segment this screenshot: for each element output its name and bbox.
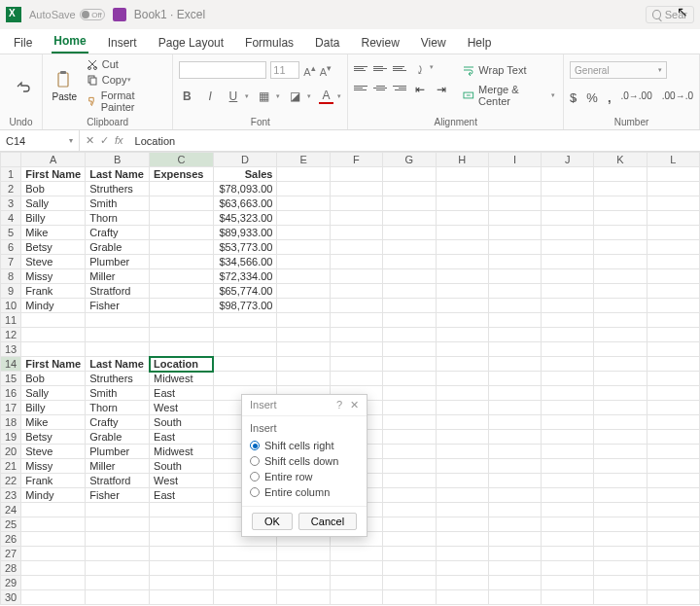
currency-button[interactable]: $▾ [570, 90, 577, 105]
cell[interactable] [647, 459, 699, 474]
cell[interactable] [436, 226, 488, 240]
cell[interactable] [213, 342, 277, 357]
cell[interactable] [383, 284, 436, 299]
column-header-B[interactable]: B [86, 153, 150, 167]
cell[interactable] [594, 182, 647, 196]
cell[interactable] [647, 445, 699, 459]
cell[interactable] [647, 240, 699, 255]
align-bottom-button[interactable] [393, 63, 406, 73]
cell[interactable] [542, 240, 594, 255]
cell[interactable]: $98,773.00 [213, 299, 277, 313]
cell[interactable] [150, 342, 214, 357]
cell[interactable] [489, 269, 542, 284]
cell[interactable] [213, 547, 277, 561]
increase-indent-button[interactable]: ⇥ [434, 83, 449, 96]
cell[interactable] [594, 313, 647, 328]
cell[interactable]: Smith [86, 386, 150, 401]
cell[interactable] [436, 590, 488, 605]
cell[interactable] [436, 415, 488, 430]
cell[interactable] [489, 328, 542, 342]
cell[interactable] [489, 299, 542, 313]
number-format-dropdown[interactable]: General▾ [570, 61, 667, 79]
align-left-button[interactable] [354, 83, 368, 92]
cell[interactable] [150, 576, 214, 590]
cell[interactable] [594, 445, 647, 459]
cell[interactable] [594, 240, 647, 255]
cell[interactable] [647, 226, 699, 240]
cell[interactable] [542, 196, 594, 211]
cell[interactable] [594, 255, 647, 269]
cell[interactable] [277, 342, 330, 357]
cell[interactable]: Midwest [150, 445, 214, 459]
radio-icon[interactable] [250, 472, 260, 481]
cell[interactable] [213, 357, 277, 372]
fx-icon[interactable]: fx [115, 134, 123, 147]
tab-file[interactable]: File [12, 32, 34, 53]
insert-option-entire-column[interactable]: Entire column [250, 484, 359, 500]
cell[interactable] [489, 226, 542, 240]
cell[interactable] [383, 357, 436, 372]
cell[interactable] [594, 459, 647, 474]
cell[interactable] [21, 503, 86, 517]
comma-button[interactable]: , [608, 90, 612, 105]
cell[interactable]: Struthers [86, 372, 150, 386]
cell[interactable] [489, 590, 542, 605]
search-box[interactable]: Sear [646, 6, 694, 23]
cell[interactable] [21, 342, 86, 357]
cell[interactable] [150, 328, 214, 342]
cell[interactable] [383, 182, 436, 196]
copy-button[interactable]: Copy▾ [85, 73, 167, 87]
cell[interactable]: Crafty [86, 415, 150, 430]
radio-icon[interactable] [250, 441, 260, 450]
increase-font-button[interactable]: A▴ [303, 62, 315, 78]
cell[interactable] [594, 328, 647, 342]
cell[interactable] [647, 269, 699, 284]
cell[interactable] [436, 561, 488, 576]
cell[interactable] [594, 532, 647, 547]
cell[interactable]: Betsy [21, 240, 86, 255]
cell[interactable] [383, 503, 436, 517]
cell[interactable]: South [150, 459, 214, 474]
format-painter-button[interactable]: Format Painter [85, 89, 167, 114]
cell[interactable] [436, 313, 488, 328]
cell[interactable] [594, 517, 647, 532]
cell[interactable]: Mike [21, 226, 86, 240]
cell[interactable] [330, 357, 382, 372]
cell[interactable] [542, 167, 594, 182]
cell[interactable] [489, 211, 542, 226]
cell[interactable] [86, 547, 150, 561]
column-header-E[interactable]: E [277, 153, 330, 167]
row-header[interactable]: 30 [1, 590, 21, 605]
cell[interactable] [150, 532, 214, 547]
cell[interactable] [383, 590, 436, 605]
cell[interactable] [489, 313, 542, 328]
cell[interactable] [542, 182, 594, 196]
cell[interactable] [383, 269, 436, 284]
toggle-icon[interactable]: Off [80, 9, 105, 20]
cell[interactable] [647, 576, 699, 590]
cell[interactable] [86, 576, 150, 590]
cell[interactable]: Steve [21, 445, 86, 459]
cell[interactable]: $53,773.00 [213, 240, 277, 255]
cell[interactable] [542, 211, 594, 226]
cell[interactable]: Sally [21, 386, 86, 401]
cell[interactable]: Last Name [86, 167, 150, 182]
cell[interactable] [647, 415, 699, 430]
cell[interactable]: $78,093.00 [213, 182, 277, 196]
cell[interactable]: Billy [21, 401, 86, 415]
dialog-ok-button[interactable]: OK [252, 513, 293, 530]
cell[interactable] [542, 226, 594, 240]
cell[interactable] [86, 517, 150, 532]
cell[interactable] [542, 372, 594, 386]
cell[interactable] [277, 255, 330, 269]
select-all-corner[interactable] [1, 153, 21, 167]
cell[interactable] [277, 299, 330, 313]
cell[interactable] [594, 386, 647, 401]
row-header[interactable]: 15 [1, 372, 21, 386]
cell[interactable] [647, 590, 699, 605]
cell[interactable] [594, 342, 647, 357]
cell[interactable] [436, 240, 488, 255]
row-header[interactable]: 25 [1, 517, 21, 532]
row-header[interactable]: 10 [1, 299, 21, 313]
cell[interactable] [542, 576, 594, 590]
